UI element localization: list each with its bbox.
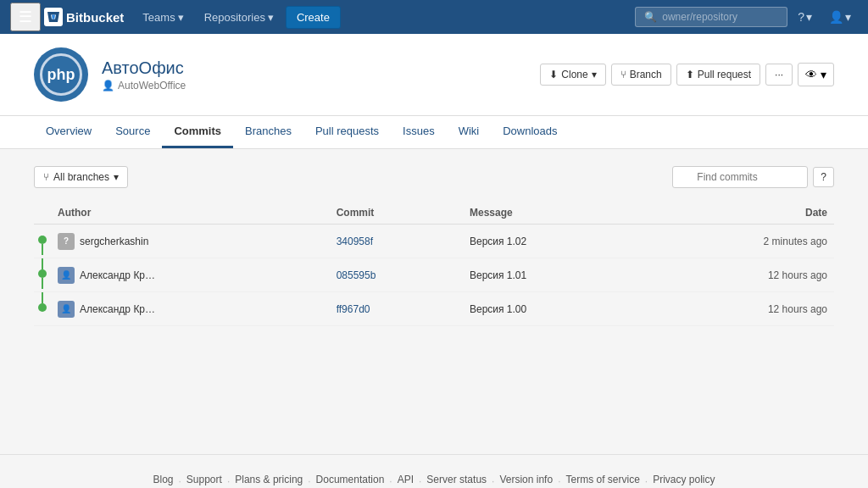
watch-button[interactable]: 👁 ▾ [798,63,834,86]
commit-hash-link[interactable]: ff967d0 [337,303,370,315]
table-row: 👤Александр Кр…ff967d0Версия 1.0012 hours… [34,292,834,326]
tab-downloads[interactable]: Downloads [491,116,569,148]
clone-icon: ⬇ [549,69,558,80]
repo-avatar-inner: php [40,53,82,96]
repo-header: php АвтоОфис 👤 AutoWebOffice ⬇ Clone ▾ ⑂… [0,34,868,116]
table-row: ?sergcherkashin340958fВерсия 1.022 minut… [34,225,834,258]
graph-cell [34,258,51,292]
clone-button[interactable]: ⬇ Clone ▾ [540,64,605,86]
date-col-header: Date [640,202,834,225]
author-name: sergcherkashin [80,236,148,247]
search-input[interactable] [662,11,778,23]
tab-pull-requests[interactable]: Pull requests [303,116,391,148]
commits-search-wrap: 🔍 ? [672,166,834,188]
commits-help-button[interactable]: ? [813,167,834,187]
author-cell: ?sergcherkashin [51,225,330,258]
commits-table-header: Author Commit Message Date [34,202,834,225]
commits-search-field-wrap: 🔍 [672,166,808,188]
branch-filter-icon: ⑂ [43,171,49,183]
user-menu-button[interactable]: 👤 ▾ [822,7,858,27]
message-cell: Версия 1.00 [463,292,640,326]
author-avatar: 👤 [58,301,75,318]
repo-name: АвтоОфис [102,58,526,78]
commits-search-input[interactable] [672,166,808,188]
pull-request-button[interactable]: ⬆ Pull request [676,64,760,86]
graph-cell [34,292,51,326]
message-cell: Версия 1.02 [463,225,640,258]
author-name: Александр Кр… [80,303,155,315]
help-chevron-icon: ▾ [806,10,812,24]
tab-wiki[interactable]: Wiki [447,116,492,148]
footer-link[interactable]: Documentation [311,472,390,488]
footer-link[interactable]: Server status [421,472,492,488]
footer-link[interactable]: API [392,472,419,488]
graph-cell [34,225,51,258]
repositories-chevron-icon: ▾ [268,11,274,24]
date-cell: 12 hours ago [640,258,834,292]
commits-table-body: ?sergcherkashin340958fВерсия 1.022 minut… [34,225,834,326]
author-avatar: ? [58,233,75,250]
branch-selector-button[interactable]: ⑂ All branches ▾ [34,166,128,188]
commit-hash-link[interactable]: 340958f [337,236,373,247]
bitbucket-logo-text: Bitbucket [66,10,124,25]
help-icon: ? [798,10,804,24]
commit-cell[interactable]: 085595b [330,258,463,292]
commit-author: ?sergcherkashin [58,233,323,250]
tab-source[interactable]: Source [103,116,162,148]
tab-issues[interactable]: Issues [391,116,447,148]
clone-label: Clone [561,69,587,80]
commit-cell[interactable]: ff967d0 [330,292,463,326]
user-icon: 👤 [102,80,114,92]
tab-commits[interactable]: Commits [162,116,233,148]
commit-cell[interactable]: 340958f [330,225,463,258]
branch-label: Branch [630,69,662,80]
global-search: 🔍 [635,7,787,27]
teams-label: Teams [142,11,175,24]
footer-link[interactable]: Version info [494,472,558,488]
repositories-menu-button[interactable]: Repositories ▾ [196,8,282,27]
message-col-header: Message [463,202,640,225]
repositories-label: Repositories [204,11,265,24]
author-avatar: 👤 [58,267,75,284]
search-icon: 🔍 [644,11,657,23]
tab-overview[interactable]: Overview [34,116,103,148]
graph-col-header [34,202,51,225]
footer-link[interactable]: Terms of service [560,472,644,488]
create-button[interactable]: Create [286,6,341,29]
footer-link[interactable]: Blog [147,472,178,488]
main-content: ⑂ All branches ▾ 🔍 ? Author Commit Messa… [0,149,868,403]
commit-author: 👤Александр Кр… [58,301,323,318]
user-chevron-icon: ▾ [845,10,851,24]
footer: Blog·Support·Plans & pricing·Documentati… [0,454,868,488]
bitbucket-logo-icon [44,8,63,26]
branch-selector-label: All branches [53,171,109,183]
svg-point-1 [38,236,47,244]
repo-avatar-text: php [47,66,75,84]
clone-chevron-icon: ▾ [592,69,597,80]
svg-point-6 [38,303,47,312]
branch-button[interactable]: ⑂ Branch [611,64,671,86]
svg-point-4 [38,269,47,278]
date-cell: 12 hours ago [640,292,834,326]
footer-link[interactable]: Support [181,472,227,488]
footer-link[interactable]: Plans & pricing [230,472,308,488]
teams-menu-button[interactable]: Teams ▾ [134,8,192,27]
bitbucket-logo: Bitbucket [44,8,124,26]
hamburger-menu-button[interactable]: ☰ [10,3,41,31]
commit-author: 👤Александр Кр… [58,267,323,284]
tab-branches[interactable]: Branches [233,116,303,148]
more-actions-button[interactable]: ··· [765,64,793,86]
more-icon: ··· [775,69,783,80]
watch-icon: 👁 [805,68,817,81]
footer-link[interactable]: Privacy policy [648,472,720,488]
help-button[interactable]: ? ▾ [791,7,819,27]
commit-hash-link[interactable]: 085595b [337,269,376,281]
commits-help-icon: ? [821,171,826,183]
repo-owner: 👤 AutoWebOffice [102,80,526,92]
message-cell: Версия 1.01 [463,258,640,292]
table-row: 👤Александр Кр…085595bВерсия 1.0112 hours… [34,258,834,292]
footer-links-row1: Blog·Support·Plans & pricing·Documentati… [34,472,834,488]
commit-col-header: Commit [330,202,463,225]
top-navigation: ☰ Bitbucket Teams ▾ Repositories ▾ Creat… [0,0,868,34]
date-cell: 2 minutes ago [640,225,834,258]
